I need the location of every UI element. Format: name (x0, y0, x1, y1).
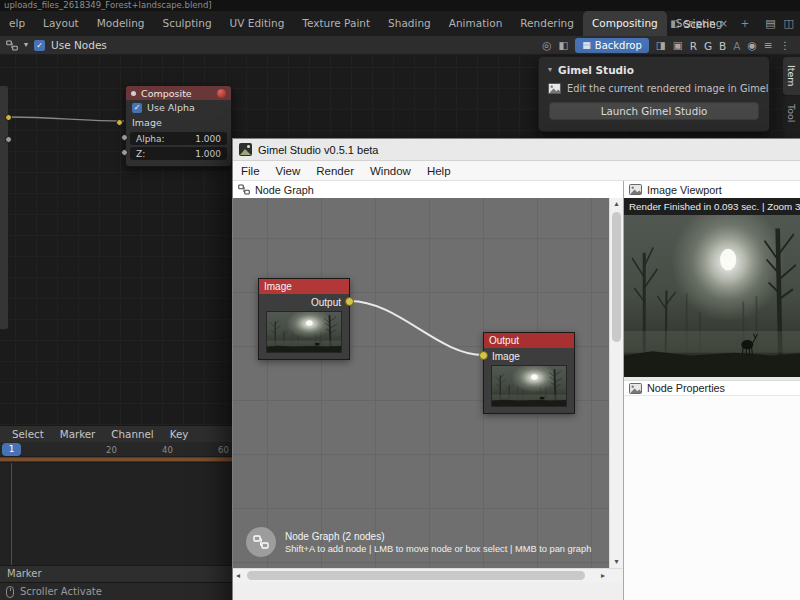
z-value-field[interactable]: Z: 1.000 (130, 147, 227, 160)
image-viewport-icon (629, 184, 642, 195)
use-alpha-checkbox[interactable]: ✓ (132, 103, 142, 113)
scene-selector[interactable]: ◧ Scene × (670, 11, 728, 36)
scroll-down-icon[interactable]: ▾ (610, 558, 623, 566)
menu-help[interactable]: Help (419, 165, 459, 177)
menu-view[interactable]: View (268, 165, 309, 177)
node-graph-canvas[interactable]: Image Output Output (233, 198, 609, 568)
alpha-label: Alpha: (136, 134, 165, 144)
node-graph-pane-tab[interactable]: Node Graph (233, 181, 623, 198)
image-node-output-socket[interactable] (345, 297, 354, 306)
node-properties-icon (629, 383, 642, 394)
channel-b-button[interactable]: B (719, 40, 726, 52)
partial-node-output-socket-2[interactable] (5, 136, 12, 143)
workspace-tab-compositing[interactable]: Compositing (583, 11, 667, 36)
launch-gimel-studio-button[interactable]: Launch Gimel Studio (549, 102, 759, 120)
horizontal-scrollbar[interactable]: ◂ ▸ (233, 568, 623, 582)
menu-marker[interactable]: Marker (52, 428, 104, 440)
output-node[interactable]: Output Image (483, 332, 575, 414)
menu-window[interactable]: Window (362, 165, 419, 177)
channel-g-button[interactable]: G (704, 40, 712, 52)
menu-render[interactable]: Render (308, 165, 362, 177)
editor-type-dropdown-icon[interactable]: ▾ (24, 41, 28, 49)
sidebar-tab-item[interactable]: Item (783, 57, 800, 95)
overlay-icon[interactable]: ◨ (656, 40, 666, 51)
workspace-tab-uv-editing[interactable]: UV Editing (221, 11, 294, 36)
workspace-tab-texture-paint[interactable]: Texture Paint (293, 11, 379, 36)
node-properties-empty-area (624, 396, 800, 600)
menu-help-partial[interactable]: elp (0, 11, 34, 36)
scroll-left-icon[interactable]: ◂ (236, 572, 240, 580)
gimel-panel-header[interactable]: ▾ Gimel Studio (539, 61, 769, 79)
node-graph-badge-icon (246, 527, 276, 557)
node-collapse-dot-icon[interactable] (131, 91, 136, 96)
vertical-scrollbar[interactable]: ▴ ▾ (609, 198, 623, 568)
menu-channel[interactable]: Channel (103, 428, 161, 440)
menu-file[interactable]: File (233, 165, 268, 177)
workspace-tab-rendering[interactable]: Rendering (511, 11, 583, 36)
image-viewport-pane-tab[interactable]: Image Viewport (624, 181, 800, 198)
workspace-tab-sculpting[interactable]: Sculpting (154, 11, 221, 36)
blender-window-title: uploads_files_2618349_Forest+landscape.b… (4, 0, 212, 10)
topbar-right-icons: ▤ ◫ (765, 11, 794, 36)
alpha-input-socket[interactable] (121, 134, 128, 141)
horizontal-scroll-thumb[interactable] (247, 571, 585, 580)
node-graph-pane: Node Graph Image Output (233, 181, 624, 600)
sidebar-tab-tool[interactable]: Tool (783, 96, 800, 130)
workspace-tab-animation[interactable]: Animation (440, 11, 512, 36)
scroll-up-icon[interactable]: ▴ (610, 200, 623, 208)
output-node-input-socket[interactable] (479, 351, 488, 360)
menu-key[interactable]: Key (162, 428, 197, 440)
snap-icon[interactable]: ◧ (558, 40, 568, 51)
current-frame-indicator[interactable]: 1 (2, 443, 21, 456)
output-node-thumbnail (491, 365, 567, 407)
backdrop-label: Backdrop (595, 40, 642, 51)
gizmo-icon[interactable]: ▣ (673, 40, 683, 51)
image-node-header[interactable]: Image (259, 279, 349, 294)
statusbar-hint: Scroller Activate (20, 586, 102, 597)
gimel-studio-window: Gimel Studio v0.5.1 beta File View Rende… (232, 138, 800, 600)
node-properties-tab-label: Node Properties (647, 382, 725, 394)
workspace-tab-modeling[interactable]: Modeling (88, 11, 154, 36)
header-dots-icon[interactable]: ⋮ (780, 40, 791, 51)
header-menu-icon[interactable]: ≡ (764, 40, 773, 51)
image-input-label: Image (132, 117, 162, 128)
channel-r-button[interactable]: R (690, 40, 697, 52)
workspace-tab-layout[interactable]: Layout (34, 11, 88, 36)
z-input-socket[interactable] (121, 149, 128, 156)
composite-node-header[interactable]: Composite (126, 86, 231, 100)
use-nodes-checkbox[interactable]: ✓ (34, 40, 45, 51)
image-input-socket[interactable] (116, 119, 123, 126)
playhead-line[interactable] (11, 463, 12, 565)
partial-node-output-socket[interactable] (5, 114, 12, 121)
scene-icon: ◧ (670, 19, 679, 29)
backdrop-toggle-button[interactable]: ▦ Backdrop (575, 38, 649, 53)
node-properties-pane-tab[interactable]: Node Properties (624, 380, 800, 396)
proportional-edit-icon[interactable]: ◎ (542, 40, 551, 51)
panel-collapse-icon[interactable]: ▾ (548, 66, 552, 74)
alpha-value-field[interactable]: Alpha: 1.000 (130, 132, 227, 145)
node-graph-overlay-title: Node Graph (2 nodes) (285, 531, 591, 542)
gimel-titlebar[interactable]: Gimel Studio v0.5.1 beta (233, 139, 800, 161)
partial-node[interactable] (0, 85, 9, 330)
mouse-icon (6, 586, 14, 598)
editor-type-icon[interactable] (6, 40, 18, 51)
view-layer-icon[interactable]: ▤ (765, 18, 775, 29)
composite-node[interactable]: Composite ✓ Use Alpha Image Alpha: 1.000… (125, 85, 232, 167)
pivot-icon[interactable]: ◉ (748, 40, 757, 51)
scene-close-icon[interactable]: × (720, 19, 728, 29)
channel-a-button[interactable]: A (733, 40, 740, 52)
scroll-right-icon[interactable]: ▸ (601, 572, 605, 580)
menu-select[interactable]: Select (4, 428, 52, 440)
render-status-bar: Render Finished in 0.093 sec. | Zoom 31% (624, 198, 800, 215)
screen-icon[interactable]: ◫ (784, 18, 794, 29)
output-node-header[interactable]: Output (484, 333, 574, 348)
image-node[interactable]: Image Output (258, 278, 350, 360)
gimel-menubar: File View Render Window Help (233, 161, 800, 181)
vertical-scroll-thumb[interactable] (612, 212, 621, 342)
add-workspace-button[interactable]: + (731, 11, 758, 36)
workspace-tab-shading[interactable]: Shading (379, 11, 440, 36)
blender-window-titlebar: uploads_files_2618349_Forest+landscape.b… (0, 0, 800, 11)
z-value: 1.000 (195, 149, 221, 159)
frame-tick-60: 60 (218, 445, 229, 455)
node-graph-overlay-hint: Shift+A to add node | LMB to move node o… (285, 544, 591, 554)
